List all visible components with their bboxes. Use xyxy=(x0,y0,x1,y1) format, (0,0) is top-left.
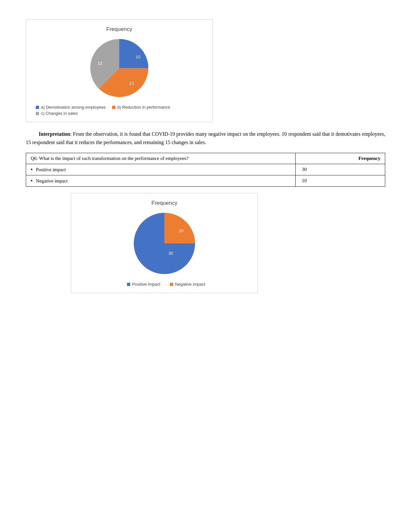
positive-label-text: Positive impact xyxy=(36,167,66,172)
q6-question: Q6: What is the impact of such transform… xyxy=(26,153,296,164)
q6-negative-value: 10 xyxy=(295,175,385,187)
chart2-legend: Positive impact Negative impact xyxy=(78,282,251,288)
bullet-dot-positive: • xyxy=(31,167,33,172)
legend-label-a: a) Demotivation among employees xyxy=(41,105,106,110)
q6-positive-label: • Positive impact xyxy=(26,164,296,175)
chart1-label-b: 15 xyxy=(129,81,134,86)
q6-freq-header: Frequency xyxy=(295,153,385,164)
interpretation-bold-1: Interpretation xyxy=(39,131,70,137)
legend-label-b: b) Reduction in performance xyxy=(117,105,170,110)
legend2-color-positive xyxy=(127,283,130,286)
legend2-positive: Positive impact xyxy=(127,282,160,287)
legend2-color-negative xyxy=(170,283,173,286)
q6-table: Q6: What is the impact of such transform… xyxy=(26,153,385,187)
legend-item-c: c) Changes in sales xyxy=(36,111,206,116)
q6-positive-value: 30 xyxy=(295,164,385,175)
chart1-svg: 10 15 15 xyxy=(82,36,156,100)
q6-question-text: Q6: What is the impact of such transform… xyxy=(31,156,189,161)
chart1-pie-wrapper: 10 15 15 xyxy=(33,36,206,100)
legend2-negative: Negative impact xyxy=(170,282,205,287)
chart1-container: Frequency 10 15 15 xyxy=(26,19,213,122)
q6-row-negative: • Negative impact 10 xyxy=(26,175,385,187)
chart2-title: Frequency xyxy=(78,200,251,206)
q6-header-row: Q6: What is the impact of such transform… xyxy=(26,153,385,164)
legend2-label-negative: Negative impact xyxy=(175,282,205,287)
chart2-container: Frequency 10 30 Positive impac xyxy=(71,193,258,293)
legend-item-b: b) Reduction in performance xyxy=(112,105,170,110)
q6-row-positive: • Positive impact 30 xyxy=(26,164,385,175)
chart2-svg: 10 30 xyxy=(127,210,201,277)
bullet-dot-negative: • xyxy=(31,178,33,184)
legend-color-c xyxy=(36,112,39,115)
legend-item-a: a) Demotivation among employees xyxy=(36,105,106,110)
chart1-label-c: 15 xyxy=(98,61,102,66)
legend-color-b xyxy=(112,106,115,109)
interpretation-text-1: : From the observation, it is found that… xyxy=(26,131,385,145)
q6-negative-label: • Negative impact xyxy=(26,175,296,187)
chart2-pie-wrapper: 10 30 xyxy=(78,210,251,277)
chart1-title: Frequency xyxy=(33,26,206,33)
chart2-label-positive: 30 xyxy=(169,251,173,256)
chart1-label-a: 10 xyxy=(136,54,140,59)
legend-label-c: c) Changes in sales xyxy=(41,111,78,116)
negative-label-text: Negative impact xyxy=(36,178,68,184)
chart1-legend: a) Demotivation among employees b) Reduc… xyxy=(33,105,206,116)
legend2-label-positive: Positive impact xyxy=(132,282,160,287)
interpretation-1: Interpretation: From the observation, it… xyxy=(26,130,385,146)
legend-color-a xyxy=(36,106,39,109)
chart2-label-negative: 10 xyxy=(179,228,183,233)
